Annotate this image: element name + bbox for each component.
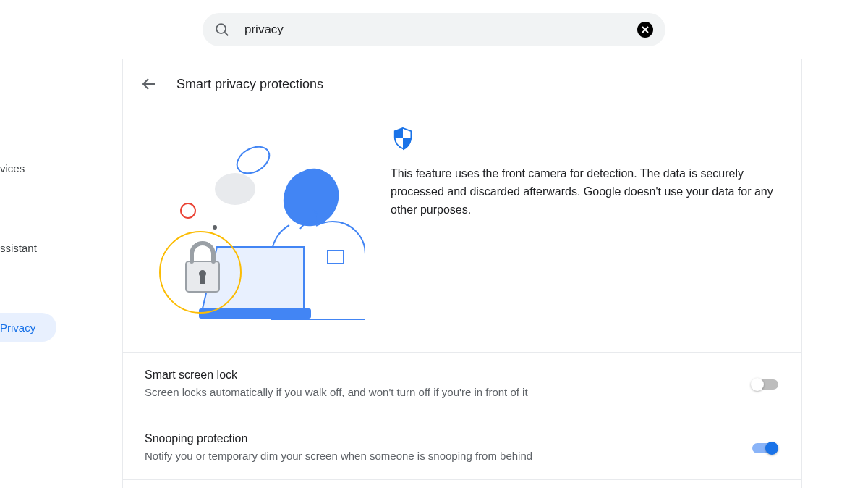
svg-rect-15 [200, 275, 205, 284]
sidebar-label: Privacy [0, 321, 35, 334]
svg-point-7 [215, 173, 255, 205]
feature-description: This feature uses the front camera for d… [391, 165, 780, 219]
top-bar [0, 0, 868, 59]
search-icon [214, 22, 230, 38]
privacy-illustration [145, 120, 369, 330]
svg-point-9 [213, 225, 217, 230]
search-input[interactable] [244, 22, 637, 37]
svg-point-6 [181, 203, 195, 218]
page-header: Smart privacy protections [123, 59, 801, 113]
search-box[interactable] [203, 13, 665, 46]
snooping-protection-toggle[interactable] [751, 442, 780, 455]
sidebar-label: ssistant [0, 242, 37, 254]
setting-subtitle: Screen locks automatically if you walk o… [145, 384, 722, 400]
sidebar-label: vices [0, 162, 25, 174]
shield-icon [391, 126, 415, 151]
page-title: Smart privacy protections [176, 77, 323, 92]
sidebar-item-privacy[interactable]: Privacy [0, 313, 56, 342]
svg-line-1 [225, 32, 229, 35]
hero-section: This feature uses the front camera for d… [123, 113, 801, 353]
setting-title: Snooping protection [145, 432, 722, 445]
setting-title: Smart screen lock [145, 369, 722, 382]
sidebar: vices ssistant Privacy [0, 59, 56, 488]
setting-subtitle: Notify you or temporary dim your screen … [145, 448, 722, 463]
sidebar-item-assistant[interactable]: ssistant [0, 233, 56, 262]
svg-point-0 [216, 24, 226, 33]
setting-smart-screen-lock: Smart screen lock Screen locks automatic… [123, 353, 801, 416]
clear-search-icon[interactable] [637, 21, 654, 38]
settings-panel: Smart privacy protections [122, 59, 802, 488]
smart-screen-lock-toggle[interactable] [751, 378, 780, 391]
back-arrow-icon[interactable] [140, 75, 158, 93]
sidebar-item-devices[interactable]: vices [0, 153, 56, 182]
svg-rect-10 [328, 251, 344, 264]
setting-snooping-protection: Snooping protection Notify you or tempor… [123, 416, 801, 480]
svg-point-8 [232, 141, 274, 179]
